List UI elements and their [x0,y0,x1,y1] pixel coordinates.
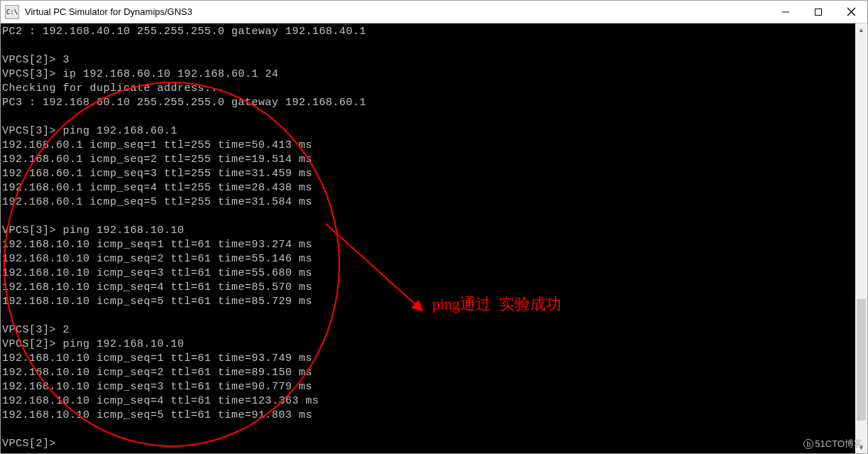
titlebar[interactable]: C:\ Virtual PC Simulator for Dynamips/GN… [1,1,867,23]
scrollbar-track[interactable] [855,36,867,441]
scroll-up-button[interactable]: ▲ [855,23,867,36]
window-title: Virtual PC Simulator for Dynamips/GNS3 [25,6,769,17]
scrollbar-thumb[interactable] [857,299,866,421]
terminal-output[interactable]: PC2 : 192.168.40.10 255.255.255.0 gatewa… [1,23,855,453]
vertical-scrollbar[interactable]: ▲ ▼ [855,23,867,453]
svg-rect-1 [815,9,822,15]
close-icon [847,7,856,16]
maximize-button[interactable] [802,1,835,23]
minimize-button[interactable] [769,1,802,23]
app-icon: C:\ [5,5,19,19]
close-button[interactable] [835,1,867,23]
scroll-down-button[interactable]: ▼ [855,441,867,453]
app-window: C:\ Virtual PC Simulator for Dynamips/GN… [0,0,868,454]
chevron-down-icon: ▼ [858,444,864,451]
client-area: PC2 : 192.168.40.10 255.255.255.0 gatewa… [1,23,867,453]
window-controls [769,1,867,23]
chevron-up-icon: ▲ [858,26,864,33]
maximize-icon [814,8,823,16]
minimize-icon [781,8,790,16]
